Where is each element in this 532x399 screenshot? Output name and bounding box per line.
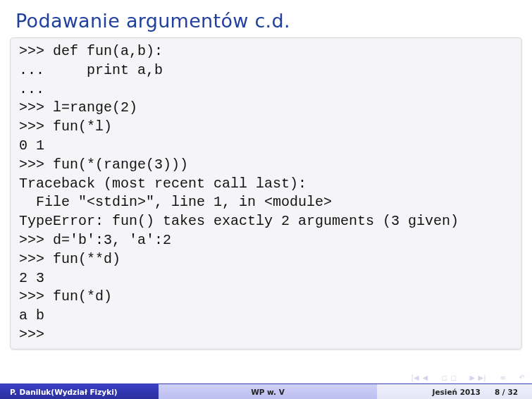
- footer-date-page: Jesień 2013 8 / 32: [377, 383, 532, 399]
- slide-title: Podawanie argumentów c.d.: [0, 0, 532, 37]
- page-total: 32: [507, 388, 518, 396]
- code-block-wrap: >>> def fun(a,b): ... print a,b ... >>> …: [10, 37, 522, 350]
- footer: P. Daniluk(Wydział Fizyki) WP w. V Jesie…: [0, 383, 532, 399]
- nav-menu-icon[interactable]: ≡: [500, 374, 505, 382]
- footer-talk: WP w. V: [159, 383, 377, 399]
- nav-prev-box-icon[interactable]: ◻: [441, 374, 447, 382]
- page-sep: /: [500, 388, 507, 396]
- nav-icons: |◀ ◀ ◻ ◻ ▶ ▶| ≡ ↶: [411, 373, 525, 382]
- footer-date: Jesień 2013: [433, 388, 481, 396]
- nav-next-icon[interactable]: ▶: [469, 374, 475, 382]
- footer-page: 8 / 32: [495, 388, 518, 396]
- nav-last-icon[interactable]: ▶|: [478, 374, 486, 382]
- nav-next-box-icon[interactable]: ◻: [450, 374, 456, 382]
- nav-prev-icon[interactable]: ◀: [423, 374, 428, 382]
- nav-first-icon[interactable]: |◀: [412, 374, 419, 382]
- slide: Podawanie argumentów c.d. >>> def fun(a,…: [0, 0, 532, 399]
- code-block: >>> def fun(a,b): ... print a,b ... >>> …: [10, 37, 522, 350]
- footer-author: P. Daniluk(Wydział Fizyki): [0, 383, 159, 399]
- nav-back-icon[interactable]: ↶: [519, 374, 524, 382]
